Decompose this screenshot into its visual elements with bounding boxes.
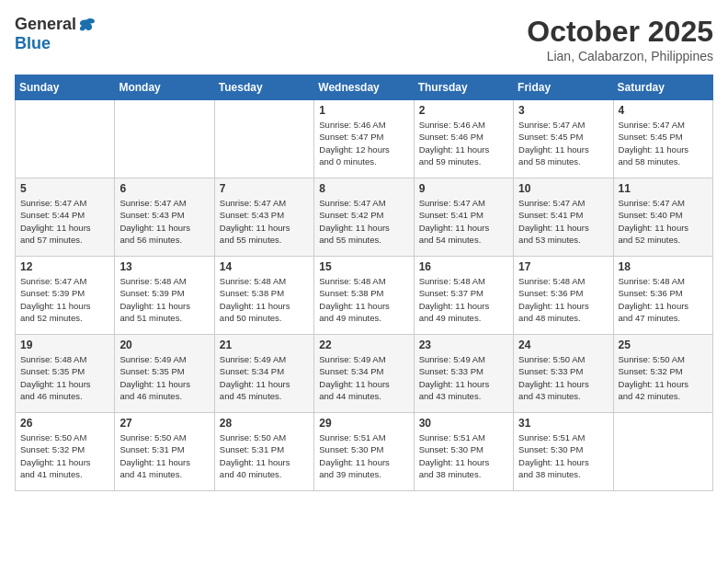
day-info: Sunrise: 5:51 AM Sunset: 5:30 PM Dayligh…	[518, 431, 608, 480]
page-header: General Blue October 2025 Lian, Calabarz…	[15, 15, 713, 63]
calendar-cell: 11Sunrise: 5:47 AM Sunset: 5:40 PM Dayli…	[613, 178, 712, 257]
calendar-cell: 14Sunrise: 5:48 AM Sunset: 5:38 PM Dayli…	[214, 257, 313, 335]
day-number: 18	[619, 260, 708, 273]
logo-general-text: General	[15, 15, 76, 34]
day-info: Sunrise: 5:46 AM Sunset: 5:46 PM Dayligh…	[419, 119, 508, 167]
calendar-cell: 16Sunrise: 5:48 AM Sunset: 5:37 PM Dayli…	[414, 257, 513, 335]
calendar-cell: 2Sunrise: 5:46 AM Sunset: 5:46 PM Daylig…	[414, 100, 513, 178]
weekday-header-tuesday: Tuesday	[214, 75, 313, 100]
weekday-header-wednesday: Wednesday	[314, 75, 414, 100]
calendar-cell: 10Sunrise: 5:47 AM Sunset: 5:41 PM Dayli…	[514, 178, 613, 257]
logo: General Blue	[15, 15, 97, 53]
day-number: 12	[20, 260, 109, 273]
calendar-header-row: SundayMondayTuesdayWednesdayThursdayFrid…	[16, 75, 713, 100]
month-title: October 2025	[527, 15, 713, 49]
day-info: Sunrise: 5:49 AM Sunset: 5:35 PM Dayligh…	[119, 353, 209, 402]
day-number: 1	[319, 104, 408, 117]
day-number: 29	[319, 417, 408, 430]
day-number: 31	[518, 417, 608, 430]
day-number: 19	[20, 339, 109, 351]
weekday-header-sunday: Sunday	[16, 75, 115, 100]
day-info: Sunrise: 5:47 AM Sunset: 5:43 PM Dayligh…	[119, 197, 209, 246]
day-info: Sunrise: 5:49 AM Sunset: 5:34 PM Dayligh…	[220, 353, 309, 402]
day-number: 21	[220, 339, 309, 351]
day-number: 2	[419, 104, 508, 117]
calendar-cell: 9Sunrise: 5:47 AM Sunset: 5:41 PM Daylig…	[414, 178, 513, 257]
day-number: 25	[619, 339, 708, 351]
day-info: Sunrise: 5:49 AM Sunset: 5:34 PM Dayligh…	[319, 353, 408, 402]
day-number: 26	[20, 417, 109, 430]
day-info: Sunrise: 5:50 AM Sunset: 5:31 PM Dayligh…	[119, 431, 209, 480]
calendar-cell: 23Sunrise: 5:49 AM Sunset: 5:33 PM Dayli…	[414, 335, 513, 413]
calendar-week-row: 5Sunrise: 5:47 AM Sunset: 5:44 PM Daylig…	[16, 178, 713, 257]
weekday-header-thursday: Thursday	[414, 75, 513, 100]
day-number: 23	[419, 339, 508, 351]
weekday-header-monday: Monday	[115, 75, 214, 100]
day-info: Sunrise: 5:46 AM Sunset: 5:47 PM Dayligh…	[319, 119, 408, 167]
day-info: Sunrise: 5:47 AM Sunset: 5:44 PM Dayligh…	[20, 197, 109, 246]
day-number: 15	[319, 260, 408, 273]
day-number: 16	[419, 260, 508, 273]
day-info: Sunrise: 5:50 AM Sunset: 5:32 PM Dayligh…	[20, 431, 109, 480]
day-info: Sunrise: 5:51 AM Sunset: 5:30 PM Dayligh…	[419, 431, 508, 480]
calendar-week-row: 19Sunrise: 5:48 AM Sunset: 5:35 PM Dayli…	[16, 335, 713, 413]
day-info: Sunrise: 5:47 AM Sunset: 5:39 PM Dayligh…	[20, 275, 109, 324]
day-number: 28	[220, 417, 309, 430]
calendar-cell	[115, 100, 214, 178]
calendar-cell: 21Sunrise: 5:49 AM Sunset: 5:34 PM Dayli…	[214, 335, 313, 413]
day-number: 11	[619, 182, 708, 195]
calendar-cell: 28Sunrise: 5:50 AM Sunset: 5:31 PM Dayli…	[214, 413, 313, 491]
calendar-cell: 17Sunrise: 5:48 AM Sunset: 5:36 PM Dayli…	[514, 257, 613, 335]
day-info: Sunrise: 5:50 AM Sunset: 5:31 PM Dayligh…	[220, 431, 309, 480]
day-info: Sunrise: 5:49 AM Sunset: 5:33 PM Dayligh…	[419, 353, 508, 402]
day-info: Sunrise: 5:48 AM Sunset: 5:38 PM Dayligh…	[319, 275, 408, 324]
calendar-cell: 5Sunrise: 5:47 AM Sunset: 5:44 PM Daylig…	[16, 178, 115, 257]
calendar-cell	[16, 100, 115, 178]
day-number: 27	[119, 417, 209, 430]
calendar-cell	[214, 100, 313, 178]
calendar-cell: 30Sunrise: 5:51 AM Sunset: 5:30 PM Dayli…	[414, 413, 513, 491]
day-info: Sunrise: 5:48 AM Sunset: 5:39 PM Dayligh…	[119, 275, 209, 324]
location-text: Lian, Calabarzon, Philippines	[527, 49, 713, 63]
day-number: 6	[119, 182, 209, 195]
calendar-cell: 3Sunrise: 5:47 AM Sunset: 5:45 PM Daylig…	[514, 100, 613, 178]
day-info: Sunrise: 5:50 AM Sunset: 5:33 PM Dayligh…	[518, 353, 608, 402]
day-info: Sunrise: 5:48 AM Sunset: 5:38 PM Dayligh…	[220, 275, 309, 324]
day-number: 13	[119, 260, 209, 273]
day-info: Sunrise: 5:47 AM Sunset: 5:41 PM Dayligh…	[419, 197, 508, 246]
day-number: 30	[419, 417, 508, 430]
day-info: Sunrise: 5:47 AM Sunset: 5:45 PM Dayligh…	[518, 119, 608, 167]
weekday-header-friday: Friday	[514, 75, 613, 100]
day-info: Sunrise: 5:51 AM Sunset: 5:30 PM Dayligh…	[319, 431, 408, 480]
day-number: 7	[220, 182, 309, 195]
calendar-cell: 27Sunrise: 5:50 AM Sunset: 5:31 PM Dayli…	[115, 413, 214, 491]
day-number: 8	[319, 182, 408, 195]
day-number: 24	[518, 339, 608, 351]
calendar-week-row: 26Sunrise: 5:50 AM Sunset: 5:32 PM Dayli…	[16, 413, 713, 491]
logo-blue-text: Blue	[15, 34, 51, 53]
calendar-cell: 31Sunrise: 5:51 AM Sunset: 5:30 PM Dayli…	[514, 413, 613, 491]
calendar-cell: 8Sunrise: 5:47 AM Sunset: 5:42 PM Daylig…	[314, 178, 414, 257]
day-number: 17	[518, 260, 608, 273]
day-number: 3	[518, 104, 608, 117]
day-number: 9	[419, 182, 508, 195]
day-number: 20	[119, 339, 209, 351]
calendar-table: SundayMondayTuesdayWednesdayThursdayFrid…	[15, 75, 713, 491]
day-info: Sunrise: 5:48 AM Sunset: 5:35 PM Dayligh…	[20, 353, 109, 402]
day-info: Sunrise: 5:48 AM Sunset: 5:37 PM Dayligh…	[419, 275, 508, 324]
calendar-cell: 19Sunrise: 5:48 AM Sunset: 5:35 PM Dayli…	[16, 335, 115, 413]
day-info: Sunrise: 5:47 AM Sunset: 5:42 PM Dayligh…	[319, 197, 408, 246]
calendar-cell: 24Sunrise: 5:50 AM Sunset: 5:33 PM Dayli…	[514, 335, 613, 413]
logo-bird-icon	[78, 16, 97, 34]
day-info: Sunrise: 5:47 AM Sunset: 5:40 PM Dayligh…	[619, 197, 708, 246]
calendar-cell	[613, 413, 712, 491]
calendar-cell: 13Sunrise: 5:48 AM Sunset: 5:39 PM Dayli…	[115, 257, 214, 335]
day-number: 14	[220, 260, 309, 273]
day-info: Sunrise: 5:47 AM Sunset: 5:41 PM Dayligh…	[518, 197, 608, 246]
calendar-cell: 15Sunrise: 5:48 AM Sunset: 5:38 PM Dayli…	[314, 257, 414, 335]
calendar-week-row: 1Sunrise: 5:46 AM Sunset: 5:47 PM Daylig…	[16, 100, 713, 178]
calendar-cell: 26Sunrise: 5:50 AM Sunset: 5:32 PM Dayli…	[16, 413, 115, 491]
title-section: October 2025 Lian, Calabarzon, Philippin…	[527, 15, 713, 63]
calendar-week-row: 12Sunrise: 5:47 AM Sunset: 5:39 PM Dayli…	[16, 257, 713, 335]
calendar-cell: 20Sunrise: 5:49 AM Sunset: 5:35 PM Dayli…	[115, 335, 214, 413]
